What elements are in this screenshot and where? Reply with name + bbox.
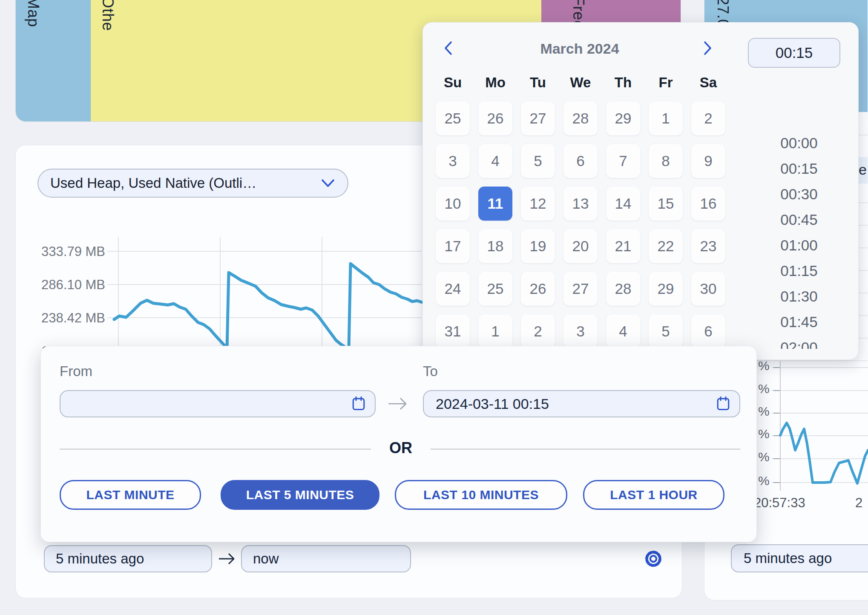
day-cell[interactable]: 25 <box>436 101 470 135</box>
weekday-fr: Fr <box>649 75 683 91</box>
day-cell[interactable]: 21 <box>606 229 640 263</box>
day-cell[interactable]: 30 <box>691 272 725 306</box>
date-range-popup: From To 2024-03-11 00:15 OR LAST MINUTEL… <box>40 346 757 542</box>
calendar-icon[interactable] <box>351 395 366 412</box>
day-cell[interactable]: 7 <box>606 144 640 178</box>
day-cell[interactable]: 17 <box>436 229 470 263</box>
time-option[interactable]: 01:30 <box>763 284 835 309</box>
day-cell[interactable]: 14 <box>606 187 640 221</box>
to-label: To <box>423 363 438 379</box>
day-cell[interactable]: 15 <box>649 187 683 221</box>
quick-range-button-last-1-hour[interactable]: LAST 1 HOUR <box>583 480 724 510</box>
app-root: MapOtheFree 27.0 e Used Heap, Used Nativ… <box>0 0 868 615</box>
day-cell[interactable]: 22 <box>649 229 683 263</box>
from-label: From <box>60 363 92 379</box>
percent-y-tick: % <box>758 359 770 373</box>
day-cell[interactable]: 23 <box>691 229 725 263</box>
time-option[interactable]: 01:15 <box>763 258 835 284</box>
day-cell[interactable]: 2 <box>691 101 725 135</box>
day-cell[interactable]: 29 <box>606 101 640 135</box>
time-option-list[interactable]: 00:0000:1500:3000:4501:0001:1501:3001:45… <box>763 103 835 349</box>
day-cell[interactable]: 3 <box>436 144 470 178</box>
time-option[interactable]: 00:15 <box>763 156 835 181</box>
day-cell[interactable]: 27 <box>563 272 598 306</box>
day-cell[interactable]: 8 <box>649 144 683 178</box>
or-divider-left <box>60 448 371 450</box>
day-cell[interactable]: 26 <box>478 101 512 135</box>
day-cell[interactable]: 2 <box>521 314 555 348</box>
day-cell[interactable]: 1 <box>649 101 683 135</box>
day-cell[interactable]: 25 <box>478 272 512 306</box>
day-cell[interactable]: 29 <box>649 272 683 306</box>
day-cell[interactable]: 9 <box>691 144 725 178</box>
percent-y-tick: % <box>758 474 770 488</box>
time-option[interactable]: 01:45 <box>763 309 835 335</box>
day-cell[interactable]: 6 <box>691 314 725 348</box>
time-input-value: 00:15 <box>776 44 813 61</box>
weekday-sa: Sa <box>691 75 725 91</box>
or-divider-right <box>431 448 740 450</box>
day-cell-selected[interactable]: 11 <box>478 187 512 221</box>
to-date-value: 2024-03-11 00:15 <box>432 396 716 412</box>
weekday-tu: Tu <box>521 75 555 91</box>
percent-y-tick: % <box>758 427 770 441</box>
day-cell[interactable]: 5 <box>521 144 555 178</box>
day-cell[interactable]: 20 <box>563 229 598 263</box>
day-cell[interactable]: 13 <box>563 187 598 221</box>
weekday-th: Th <box>606 75 640 91</box>
day-cell[interactable]: 24 <box>436 272 470 306</box>
day-cell[interactable]: 18 <box>478 229 512 263</box>
right-chart-x-tick: 20:57:33 <box>754 495 805 511</box>
day-cell[interactable]: 28 <box>606 272 640 306</box>
day-cell[interactable]: 12 <box>521 187 555 221</box>
weekday-we: We <box>563 75 598 91</box>
to-quick-input[interactable]: now <box>241 545 411 572</box>
from-date-input[interactable] <box>60 390 376 417</box>
percent-y-tick: % <box>758 450 770 464</box>
percent-y-tick: % <box>758 404 770 419</box>
day-cell[interactable]: 31 <box>436 314 470 348</box>
time-input[interactable]: 00:15 <box>748 38 840 68</box>
day-cell[interactable]: 10 <box>436 187 470 221</box>
gear-icon[interactable] <box>642 548 664 570</box>
day-cell[interactable]: 16 <box>691 187 725 221</box>
day-cell[interactable]: 5 <box>649 314 683 348</box>
day-cell[interactable]: 4 <box>606 314 640 348</box>
or-label: OR <box>371 439 431 457</box>
chevron-right-icon[interactable] <box>701 40 714 57</box>
calendar-title: March 2024 <box>529 40 631 57</box>
time-option[interactable]: 02:00 <box>763 335 835 349</box>
day-cell[interactable]: 19 <box>521 229 555 263</box>
day-cell[interactable]: 6 <box>563 144 598 178</box>
calendar-icon[interactable] <box>716 395 731 412</box>
time-option[interactable]: 00:30 <box>763 181 835 207</box>
from-quick-value: 5 minutes ago <box>56 551 144 567</box>
calendar-popup: March 2024 00:15 SuMoTuWeThFrSa 25262728… <box>423 22 859 360</box>
from-quick-input[interactable]: 5 minutes ago <box>44 545 212 572</box>
day-cell[interactable]: 28 <box>563 101 598 135</box>
day-cell[interactable]: 4 <box>478 144 512 178</box>
weekday-su: Su <box>436 75 470 91</box>
percent-y-tick: % <box>758 382 770 396</box>
weekday-mo: Mo <box>478 75 512 91</box>
quick-range-button-last-10-minutes[interactable]: LAST 10 MINUTES <box>395 480 567 510</box>
chevron-left-icon[interactable] <box>442 40 455 57</box>
time-option[interactable]: 00:00 <box>763 130 835 156</box>
time-option[interactable]: 00:45 <box>763 207 835 233</box>
quick-range-button-last-minute[interactable]: LAST MINUTE <box>60 480 201 510</box>
arrow-right-icon <box>217 549 237 568</box>
time-option[interactable]: 01:00 <box>763 233 835 258</box>
day-cell[interactable]: 26 <box>521 272 555 306</box>
day-cell[interactable]: 27 <box>521 101 555 135</box>
to-date-input[interactable]: 2024-03-11 00:15 <box>423 390 740 417</box>
day-cell[interactable]: 3 <box>563 314 598 348</box>
quick-range-button-last-5-minutes[interactable]: LAST 5 MINUTES <box>221 480 379 510</box>
arrow-right-icon-gray <box>387 394 409 413</box>
right-chart-x-tick-2: 2 <box>855 495 862 511</box>
to-quick-value: now <box>253 551 279 567</box>
right-range-input[interactable]: 5 minutes ago <box>731 544 868 572</box>
day-cell[interactable]: 1 <box>478 314 512 348</box>
right-range-value: 5 minutes ago <box>744 550 832 566</box>
